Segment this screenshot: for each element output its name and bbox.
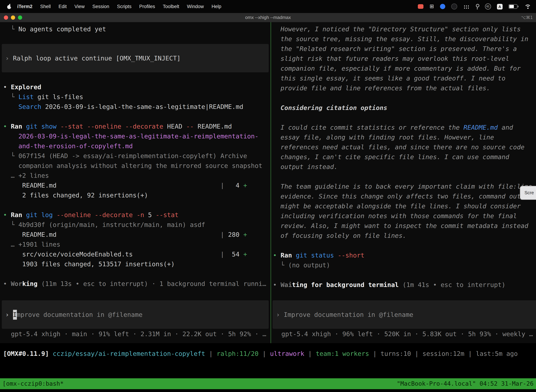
terminal-line: • Ran git status --short [273, 250, 536, 260]
menu-item-window[interactable]: Window [183, 4, 208, 9]
traffic-lights [4, 15, 22, 20]
terminal-line: 2 files changed, 92 insertions(+) [3, 190, 270, 200]
apple-menu[interactable] [6, 4, 12, 9]
wifi-icon[interactable] [524, 4, 531, 9]
title-bar[interactable]: omx --xhigh --madmax ⌥⌘1 [0, 13, 536, 23]
menu-item-iterm2[interactable]: iTerm2 [13, 4, 36, 9]
text-segment: · 1 background terminal runni… [148, 280, 266, 287]
text-segment: team:1 workers [316, 350, 369, 357]
text-cursor: I [13, 310, 17, 319]
text-segment: README.md [3, 231, 57, 238]
menu-item-profiles[interactable]: Profiles [135, 4, 159, 9]
window-grid-icon[interactable]: ⊞ [430, 4, 434, 9]
tmux-session-window[interactable]: [omx-cczip0:bash* [2, 378, 64, 389]
terminal-line: Search 2026-03-09-is-legal-the-same-as-l… [3, 102, 270, 112]
dark-app-icon[interactable] [451, 4, 457, 9]
text-segment: README.md [3, 182, 57, 189]
stat-badge-icon[interactable]: 61 [485, 4, 491, 9]
text-segment: | [133, 250, 224, 258]
screen: iTerm2 Shell Edit View Session Scripts P… [0, 0, 536, 392]
minimize-button[interactable] [11, 15, 15, 20]
terminal-line: 2026-03-09-is-legal-the-same-as-legitima… [3, 131, 270, 141]
dots-grid-icon[interactable] [463, 5, 469, 9]
text-segment: | [464, 350, 476, 357]
model-status-right: gpt-5.4 xhigh · 96% left · 520K in · 5.8… [281, 329, 533, 339]
text-segment: README.md [194, 123, 232, 130]
terminal-line: companion file, especially if more comme… [273, 64, 536, 73]
text-segment: provide file and line references from th… [273, 84, 490, 92]
text-segment: └ [273, 261, 288, 269]
text-segment: ralph:11/20 [217, 350, 258, 357]
menu-item-help[interactable]: Help [208, 4, 225, 9]
zoom-button[interactable] [18, 15, 22, 20]
text-segment: The team guideline is to back every impo… [273, 183, 532, 190]
terminal-line: └ (no output) [273, 260, 536, 270]
text-segment: • [273, 281, 281, 288]
terminal-line: might be acceptable alongside the file l… [273, 201, 536, 211]
menu-item-view[interactable]: View [71, 4, 88, 9]
text-segment: └ [3, 93, 19, 100]
key-app-icon[interactable] [475, 4, 479, 9]
right-pane[interactable]: However, I noticed the "Directory Struct… [271, 22, 536, 343]
terminal-line [3, 200, 270, 210]
text-segment: 5 [144, 211, 156, 219]
text-segment: • [273, 252, 281, 259]
text-segment: src/voice/voiceModeEnabled.ts [3, 250, 133, 258]
text-segment: └ [3, 25, 19, 33]
menu-item-edit[interactable]: Edit [55, 4, 71, 9]
text-segment: Search [19, 103, 41, 110]
text-segment: (no output) [288, 261, 330, 269]
terminal-line: README.md | 4 + [3, 181, 270, 190]
text-segment: slight risk that future readers may over… [273, 55, 509, 62]
terminal-line: provide file and line references from th… [273, 83, 536, 93]
text-segment: [OMX#0.11.9] [3, 350, 53, 357]
terminal-line: evidence. Since this change only affects… [273, 191, 536, 201]
text-segment: (11m 13s • esc to interrupt) [38, 280, 148, 287]
prompt-input-left[interactable]: › Improve documentation in @filename [2, 300, 269, 329]
text-segment: + [243, 182, 247, 189]
text-segment: └ [3, 152, 19, 159]
text-segment: git log [26, 211, 53, 219]
left-pane[interactable]: └ No agents completed yet › Ralph loop a… [0, 22, 270, 343]
ralph-inject-box: › Ralph loop active continue [OMX_TMUX_I… [2, 44, 269, 72]
terminal-line: and-the-erosion-of-copyleft.md [3, 141, 270, 151]
menu-item-toolbelt[interactable]: Toolbelt [159, 4, 183, 9]
terminal-line: • Explored [3, 82, 270, 92]
text-segment: • [3, 211, 11, 219]
text-segment [3, 103, 19, 110]
terminal-line [3, 34, 270, 44]
terminal-line: Considering citation options [273, 103, 536, 113]
text-segment: 2026-03-09-is-legal-the-same-as-legitima… [3, 132, 258, 140]
text-segment [334, 252, 338, 259]
text-segment: 280 [224, 231, 243, 238]
right-pane-lines: However, I noticed the "Directory Struct… [273, 24, 536, 290]
close-button[interactable] [4, 15, 8, 20]
menu-item-session[interactable]: Session [88, 4, 113, 9]
text-segment: --stat --oneline --decorate [60, 123, 163, 130]
terminal-line: [OMX#0.11.9] cczip/essay/ai-reimplementa… [3, 349, 536, 359]
screen-recording-indicator[interactable] [418, 4, 424, 9]
text-segment: Considering citation options [273, 104, 387, 111]
tmux-host-time: "MacBook-Pro-44.local" 04:52 31-Mar-26 [397, 378, 534, 389]
terminal-line [273, 270, 536, 280]
terminal-line: the source tree, missing the essay. Stil… [273, 34, 536, 44]
text-segment: No agents completed yet [19, 25, 106, 33]
text-segment: Ran [11, 123, 22, 130]
text-segment: the source tree, missing the essay. Stil… [273, 35, 528, 42]
terminal-line: └ 067f154 (HEAD -> essay/ai-reimplementa… [3, 151, 270, 161]
terminal-line: 1903 files changed, 513517 insertions(+) [3, 259, 270, 269]
blue-app-icon[interactable] [440, 4, 445, 9]
omx-status-line: [OMX#0.11.9] cczip/essay/ai-reimplementa… [3, 349, 536, 359]
prompt-input-right[interactable]: › Improve documentation in @filename [273, 300, 536, 329]
battery-fill [509, 5, 514, 8]
menu-item-scripts[interactable]: Scripts [113, 4, 135, 9]
menu-item-shell[interactable]: Shell [36, 4, 55, 9]
terminal-line: slight risk that future readers may over… [273, 54, 536, 64]
battery-icon[interactable] [509, 4, 517, 9]
screen-share-popup[interactable]: Scre [520, 186, 536, 200]
text-segment: 54 [224, 250, 243, 258]
terminal-line [3, 269, 270, 279]
a-app-icon[interactable]: A [497, 4, 502, 9]
text-segment: • [3, 83, 11, 91]
terminal-line: • Ran git log --oneline --decorate -n 5 … [3, 210, 270, 220]
